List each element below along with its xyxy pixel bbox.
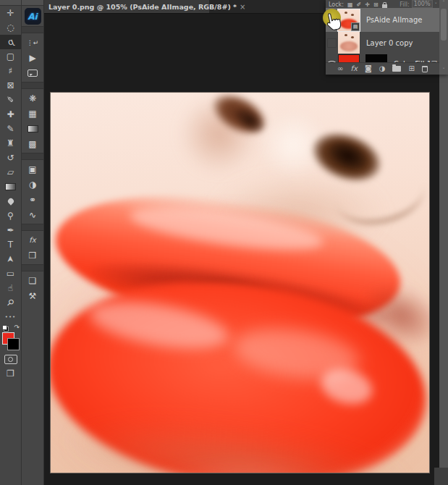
thumb-nude-lips xyxy=(340,41,358,51)
move-tool[interactable]: ✛ xyxy=(0,6,21,20)
hand-icon: ☝ xyxy=(8,281,13,295)
plugin-run-button[interactable]: ▶ xyxy=(22,50,43,65)
bezier-curve-icon: ∿ xyxy=(29,210,36,220)
tools-icon: ⚒ xyxy=(29,291,37,301)
layers-panel: Lock: ▦ ✐ ✛ ⊞ Fill: 100% ˅ ▤ PsAide AIIm… xyxy=(326,0,448,75)
plugin-grid-button[interactable]: ▦ xyxy=(22,106,43,121)
gradient-tool[interactable] xyxy=(0,180,21,194)
eraser-tool[interactable]: ▱ xyxy=(0,165,21,180)
plugin-panel: Ai ⋮↵ ▶ ❋ ▦ ▩ ▣ ◑ ⚭ ∿ fx ❒ ❏ ⚒ xyxy=(22,0,44,485)
history-brush-tool[interactable]: ↺ xyxy=(0,151,21,165)
screen-mode-icon: ❐ xyxy=(7,366,14,381)
frame-tool[interactable]: ⊠ xyxy=(0,78,21,93)
plugin-comment-button[interactable] xyxy=(22,65,43,80)
swap-colors-icon[interactable]: ↷ xyxy=(14,324,20,331)
background-color-swatch[interactable] xyxy=(7,338,20,350)
screen-mode-button[interactable]: ❐ xyxy=(0,366,21,381)
plugin-palette-button[interactable]: ❋ xyxy=(22,90,43,106)
lock-artboard-icon[interactable]: ⊞ xyxy=(373,2,379,8)
image-icon: ▣ xyxy=(28,164,36,174)
delete-layer-icon[interactable] xyxy=(422,66,428,72)
default-colors-icon[interactable] xyxy=(2,325,9,332)
visibility-gutter[interactable] xyxy=(326,38,338,48)
plugin-history-button[interactable]: ⋮↵ xyxy=(22,35,43,50)
scroll-down-icon[interactable]: ˅ xyxy=(442,67,445,73)
object-selection-tool[interactable]: ▢ xyxy=(0,49,21,64)
plugin-curve-button[interactable]: ∿ xyxy=(22,207,43,222)
type-tool[interactable]: T xyxy=(0,237,21,252)
brush-tool[interactable]: ✎ xyxy=(0,122,21,136)
frame-icon: ⊠ xyxy=(7,78,14,93)
crop-tool[interactable]: ♯ xyxy=(0,64,21,78)
close-icon[interactable]: × xyxy=(240,3,245,11)
layer-style-fx-icon[interactable]: fx xyxy=(350,64,357,74)
clone-stamp-tool[interactable]: ♜ xyxy=(0,136,21,151)
add-mask-icon[interactable]: ◙ xyxy=(365,64,372,74)
layer-name[interactable]: Layer 0 copy xyxy=(366,39,413,47)
pen-tool[interactable]: ✒ xyxy=(0,223,21,237)
dodge-icon: ⚲ xyxy=(7,208,14,223)
document-tab[interactable]: Layer 0.png @ 105% (PsAide AIImage, RGB/… xyxy=(44,0,209,13)
layer-row-psaide-aiimage[interactable]: ▤ PsAide AIImage xyxy=(326,8,439,32)
plugin-section-divider xyxy=(22,26,43,33)
layers-scrollbar[interactable]: ˄ ˅ xyxy=(439,0,448,75)
canvas[interactable] xyxy=(44,14,448,485)
plugin-image-button[interactable]: ▣ xyxy=(22,161,43,177)
smart-object-badge-icon: ▤ xyxy=(351,22,360,31)
library-icon: ❒ xyxy=(29,250,37,261)
plugin-notes-button[interactable]: ❏ xyxy=(22,273,43,288)
lock-label: Lock: xyxy=(329,1,344,8)
plugin-gradient-button[interactable] xyxy=(22,121,43,136)
plugin-settings-button[interactable]: ⚒ xyxy=(22,288,43,303)
visibility-off-checkbox[interactable] xyxy=(327,38,337,48)
lasso-tool[interactable]: ɋ xyxy=(0,35,21,49)
scrollbar-thumb[interactable] xyxy=(441,9,447,41)
layer-thumbnail[interactable]: ▤ xyxy=(338,9,360,31)
pen-icon: ✒ xyxy=(7,223,14,237)
blur-drop-icon xyxy=(7,197,14,205)
link-layers-icon[interactable]: ∞ xyxy=(337,64,343,74)
move-icon: ✛ xyxy=(7,6,14,20)
lasso-icon: ɋ xyxy=(5,34,15,49)
plugin-library-button[interactable]: ❒ xyxy=(22,248,43,263)
shape-rect-icon: ▭ xyxy=(7,266,14,281)
shape-tool[interactable]: ▭ xyxy=(0,266,21,281)
layer-list: ▤ PsAide AIImage Layer 0 copy ∞ Color Fi… xyxy=(326,8,439,63)
quick-mask-button[interactable] xyxy=(0,352,21,366)
lock-position-icon[interactable]: ✛ xyxy=(365,2,370,8)
layer-name[interactable]: PsAide AIImage xyxy=(366,16,422,24)
healing-tool[interactable]: ✚ xyxy=(0,107,21,122)
layer-thumbnail[interactable] xyxy=(338,32,360,54)
lock-transparency-icon[interactable]: ▦ xyxy=(347,2,353,8)
plugin-grid-settings-button[interactable]: ▩ xyxy=(22,136,43,151)
eraser-icon: ▱ xyxy=(7,165,14,180)
dodge-tool[interactable]: ⚲ xyxy=(0,208,21,223)
new-layer-icon[interactable]: ⊞ xyxy=(409,64,415,74)
crop-icon: ♯ xyxy=(9,64,13,78)
adjustment-layer-icon[interactable]: ◑ xyxy=(379,64,386,74)
fill-value[interactable]: 100% xyxy=(412,0,433,8)
lock-pixels-icon[interactable]: ✐ xyxy=(357,2,362,8)
fill-chevron-icon[interactable]: ˅ xyxy=(435,2,438,8)
right-panel-edge xyxy=(439,14,448,485)
plugin-adjustment-button[interactable]: ◑ xyxy=(22,177,43,192)
path-select-tool[interactable]: ➤ xyxy=(0,252,21,266)
plugin-panel-header xyxy=(22,0,43,6)
half-circle-icon: ◑ xyxy=(29,180,36,190)
plugin-channels-button[interactable]: ⚭ xyxy=(22,192,43,207)
hand-tool[interactable]: ☝ xyxy=(0,281,21,295)
zoom-tool[interactable]: ⚲ xyxy=(0,295,21,310)
ellipsis-icon: ••• xyxy=(5,310,16,324)
color-swatch-area: ↷ xyxy=(0,324,21,352)
plugin-effects-button[interactable]: fx xyxy=(22,232,43,248)
scroll-up-icon[interactable]: ˄ xyxy=(442,0,445,6)
edit-toolbar-button[interactable]: ••• xyxy=(0,310,21,324)
layer-row-layer-0-copy[interactable]: Layer 0 copy xyxy=(326,32,439,54)
blur-tool[interactable] xyxy=(0,194,21,208)
history-brush-icon: ↺ xyxy=(7,151,14,165)
new-group-icon[interactable] xyxy=(392,66,401,72)
marquee-tool[interactable]: ◌ xyxy=(0,20,21,35)
eyedropper-tool[interactable]: ✐ xyxy=(0,93,21,107)
psaide-logo-icon[interactable]: Ai xyxy=(25,8,41,25)
plugin-section-divider xyxy=(22,82,43,89)
